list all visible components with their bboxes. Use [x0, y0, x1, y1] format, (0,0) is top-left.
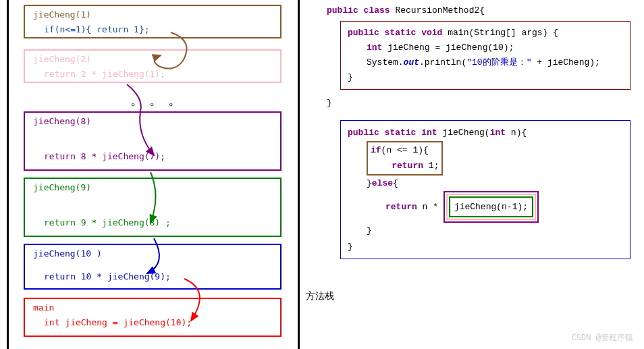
recursive-method-code: public static int jieCheng(int n){ if(n … — [340, 120, 630, 259]
watermark: CSDN @管程序猿 — [572, 332, 633, 344]
keyword: public class — [327, 5, 390, 16]
ellipsis: 。。。 — [130, 91, 187, 109]
stack-frame-main: main int jieCheng = jieCheng(10); — [24, 298, 281, 337]
keyword: int — [416, 128, 437, 138]
keyword: public static void — [348, 28, 442, 38]
keyword: out — [404, 57, 419, 68]
highlighted-if-block: if(n <= 1){ return 1; — [367, 141, 443, 176]
code-panel: public class RecursionMethod2{ public st… — [300, 0, 644, 349]
code-text: jieCheng( — [437, 128, 490, 138]
keyword: int — [367, 43, 382, 53]
code-text: n * — [417, 202, 444, 212]
code-text: 1; — [423, 161, 439, 171]
stack-frame-9: jieCheng(9) return 9 * jieCheng(8) ; — [24, 178, 281, 237]
frame-header: jieCheng(2) — [30, 53, 94, 65]
frame-body: return 9 * jieCheng(8) ; — [30, 213, 275, 232]
frame-header: jieCheng(9) — [30, 182, 94, 193]
highlighted-recursive-call: jieCheng(n-1); — [444, 191, 539, 223]
frame-header: jieCheng(1) — [30, 9, 94, 20]
code-text: System. — [367, 57, 404, 68]
keyword: return — [392, 161, 423, 171]
class-declaration: public class RecursionMethod2{ — [327, 5, 630, 16]
stack-frame-10: jieCheng(10 ) return 10 * jieCheng(9); — [24, 244, 281, 290]
code-text: + jieCheng); — [531, 57, 599, 68]
code-text: n){ — [506, 128, 527, 138]
stack-frame-8: jieCheng(8) return 8 * jieCheng(7); — [24, 111, 281, 171]
code-text: } — [367, 178, 372, 188]
main-method-code: public static void main(String[] args) {… — [340, 21, 630, 90]
close-brace: } — [348, 223, 623, 238]
string-literal: "10的阶乘是：" — [466, 57, 531, 68]
frame-body: if(n<=1){ return 1}; — [30, 20, 275, 38]
code-text: jieCheng = jieCheng(10); — [382, 43, 514, 53]
close-brace: } — [327, 98, 630, 108]
code-text: jieCheng(n-1); — [449, 196, 533, 217]
frame-header: jieCheng(10 ) — [30, 248, 105, 259]
frame-body: int jieCheng = jieCheng(10); — [30, 313, 275, 331]
call-stack-panel: jieCheng(1) if(n<=1){ return 1}; jieChen… — [7, 0, 300, 349]
keyword: int — [490, 128, 506, 138]
frame-body: return 10 * jieCheng(9); — [30, 267, 275, 286]
keyword: public static — [348, 128, 416, 138]
code-text: main(String[] args) { — [442, 28, 558, 38]
frame-body: return 2 * jieCheng(1); — [30, 65, 275, 83]
code-text: { — [393, 178, 398, 188]
stack-frame-2: jieCheng(2) return 2 * jieCheng(1); — [24, 49, 281, 83]
keyword: if — [371, 145, 381, 155]
frame-header: main — [30, 302, 57, 313]
keyword: else — [372, 178, 393, 188]
frame-body: return 8 * jieCheng(7); — [30, 147, 275, 165]
frame-header: jieCheng(8) — [30, 115, 94, 127]
class-name: RecursionMethod2{ — [390, 5, 485, 16]
code-text: (n <= 1){ — [381, 145, 429, 155]
close-brace: } — [348, 70, 623, 85]
close-brace: } — [348, 239, 623, 254]
code-text: .println( — [419, 57, 466, 68]
stack-frame-1: jieCheng(1) if(n<=1){ return 1}; — [24, 5, 281, 38]
keyword: return — [385, 202, 417, 212]
